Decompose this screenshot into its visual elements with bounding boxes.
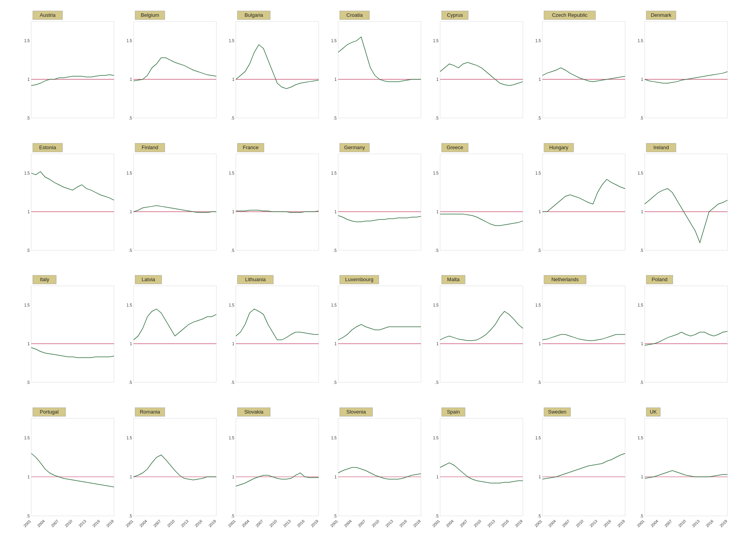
svg-rect-101	[31, 286, 114, 382]
chart-cell-uk: 1.5 1 .5 UK 2001200420072010201320162019	[633, 405, 735, 537]
svg-text:1.5: 1.5	[535, 303, 541, 307]
svg-text:2004: 2004	[446, 519, 455, 528]
svg-text:2010: 2010	[64, 519, 73, 528]
svg-text:2007: 2007	[562, 519, 571, 528]
svg-text:1: 1	[232, 77, 234, 82]
svg-text:2004: 2004	[343, 519, 353, 528]
svg-rect-73	[338, 154, 421, 250]
chart-cell-luxembourg: 1.5 1 .5 Luxembourg	[326, 272, 429, 405]
svg-text:1.5: 1.5	[229, 171, 234, 175]
svg-text:1.5: 1.5	[24, 39, 30, 43]
svg-rect-136	[542, 286, 625, 382]
svg-text:2010: 2010	[575, 519, 585, 528]
chart-cell-cyprus: 1.5 1 .5 Cyprus	[428, 8, 531, 140]
chart-row-4: 1.5 1 .5 Portugal 2001200420072010201320…	[20, 405, 735, 537]
svg-text:2007: 2007	[50, 519, 60, 528]
svg-text:2010: 2010	[677, 519, 687, 528]
svg-text:2010: 2010	[371, 519, 380, 528]
svg-text:Croatia: Croatia	[346, 12, 363, 18]
svg-text:2013: 2013	[180, 519, 189, 528]
svg-rect-10	[134, 21, 216, 118]
svg-text:Czech Republic: Czech Republic	[552, 12, 588, 18]
svg-text:1.5: 1.5	[229, 39, 234, 43]
svg-text:Sweden: Sweden	[548, 409, 567, 415]
chart-cell-netherlands: 1.5 1 .5 Netherlands	[531, 272, 633, 405]
chart-row-2: 1.5 1 .5 Estonia 1.5 1 .5 Finland 1.5 1 …	[20, 140, 735, 273]
svg-rect-143	[645, 286, 727, 382]
chart-cell-croatia: 1.5 1 .5 Croatia	[326, 8, 429, 140]
svg-text:Cyprus: Cyprus	[447, 12, 464, 18]
svg-text:1: 1	[27, 77, 30, 82]
svg-text:2013: 2013	[78, 519, 87, 528]
svg-rect-129	[440, 286, 523, 382]
svg-text:2001: 2001	[227, 519, 237, 528]
svg-text:.5: .5	[538, 380, 541, 385]
svg-text:2019: 2019	[719, 519, 728, 528]
chart-cell-malta: 1.5 1 .5 Malta	[428, 272, 531, 405]
svg-text:Luxembourg: Luxembourg	[345, 276, 373, 282]
svg-text:1: 1	[232, 210, 234, 214]
svg-text:Greece: Greece	[447, 144, 464, 150]
svg-text:1.5: 1.5	[638, 39, 643, 43]
svg-text:Slovenia: Slovenia	[346, 409, 366, 415]
svg-text:2016: 2016	[92, 519, 101, 528]
svg-text:.5: .5	[333, 380, 337, 385]
svg-rect-164	[134, 418, 216, 516]
svg-rect-59	[134, 154, 216, 250]
svg-text:2019: 2019	[105, 519, 115, 528]
chart-cell-austria: 1.5 1 .5 Austria	[20, 8, 122, 140]
svg-text:1.5: 1.5	[638, 171, 643, 175]
svg-text:.5: .5	[129, 514, 132, 518]
svg-text:2019: 2019	[310, 519, 319, 528]
svg-text:1: 1	[539, 475, 541, 479]
svg-text:2007: 2007	[664, 519, 673, 528]
svg-text:1.5: 1.5	[24, 171, 30, 175]
svg-text:2007: 2007	[459, 519, 469, 528]
chart-cell-romania: 1.5 1 .5 Romania 20012004200720102013201…	[122, 405, 224, 537]
svg-text:.5: .5	[640, 514, 644, 518]
svg-rect-234	[645, 418, 727, 516]
svg-text:2010: 2010	[269, 519, 278, 528]
svg-text:1.5: 1.5	[331, 436, 337, 440]
svg-text:2013: 2013	[282, 519, 292, 528]
svg-text:2001: 2001	[23, 519, 32, 528]
chart-cell-poland: 1.5 1 .5 Poland	[633, 272, 735, 405]
svg-text:.5: .5	[231, 248, 234, 253]
svg-text:Lithuania: Lithuania	[245, 276, 266, 282]
svg-rect-87	[542, 154, 625, 250]
svg-text:.5: .5	[435, 514, 439, 518]
svg-text:.5: .5	[129, 116, 132, 120]
chart-row-3: 1.5 1 .5 Italy 1.5 1 .5 Latvia 1.5 1 .5	[20, 272, 735, 405]
svg-text:1: 1	[27, 475, 30, 479]
svg-text:Latvia: Latvia	[142, 276, 155, 282]
svg-text:Belgium: Belgium	[141, 12, 159, 18]
svg-text:Austria: Austria	[40, 12, 56, 18]
svg-text:2010: 2010	[473, 519, 482, 528]
svg-text:Estonia: Estonia	[39, 144, 56, 150]
svg-text:1.5: 1.5	[127, 171, 132, 175]
svg-rect-45	[645, 21, 727, 118]
svg-text:.5: .5	[640, 248, 644, 253]
svg-rect-178	[236, 418, 319, 516]
svg-text:1.5: 1.5	[433, 303, 439, 307]
svg-text:1: 1	[27, 342, 30, 346]
svg-text:2007: 2007	[255, 519, 264, 528]
svg-text:1: 1	[539, 210, 541, 214]
svg-text:.5: .5	[435, 380, 439, 385]
svg-text:2010: 2010	[166, 519, 176, 528]
chart-row-1: 1.5 1 .5 Austria 1.5 1 .5 Belgium 1.5 1 …	[20, 8, 735, 140]
svg-rect-80	[440, 154, 523, 250]
svg-text:Bulgaria: Bulgaria	[244, 12, 263, 18]
svg-text:1.5: 1.5	[433, 39, 439, 43]
svg-rect-38	[542, 21, 625, 118]
svg-rect-17	[236, 21, 319, 118]
chart-cell-lithuania: 1.5 1 .5 Lithuania	[224, 272, 326, 405]
svg-text:.5: .5	[435, 248, 439, 253]
svg-text:1: 1	[334, 342, 337, 346]
svg-text:2013: 2013	[487, 519, 496, 528]
svg-text:2004: 2004	[241, 519, 250, 528]
svg-text:1.5: 1.5	[433, 436, 439, 440]
svg-text:.5: .5	[231, 514, 234, 518]
svg-text:.5: .5	[435, 116, 439, 120]
svg-text:1: 1	[641, 210, 644, 214]
